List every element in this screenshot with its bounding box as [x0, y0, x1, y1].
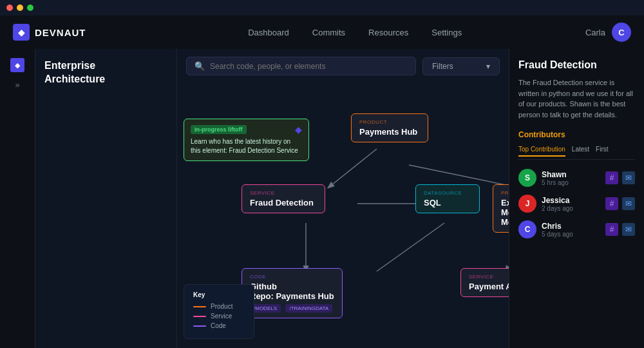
contrib-chris-time: 5 days ago [542, 231, 600, 238]
node-payments-hub-name: Payments Hub [359, 127, 420, 137]
node-fraud-detection[interactable]: SERVICE Fraud Detection [242, 184, 325, 213]
contrib-jessica-time: 2 days ago [542, 205, 600, 212]
legend-label-code: Code [211, 322, 226, 329]
contrib-shawn-time: 5 hrs ago [542, 179, 600, 186]
legend-line-service [193, 316, 206, 317]
sidebar: ◆ » [0, 49, 35, 348]
mail-icon-shawn[interactable]: ✉ [622, 171, 635, 184]
legend-item-service: Service [193, 313, 245, 320]
nav-links: Dashboard Commits Resources Settings [125, 28, 585, 37]
user-avatar[interactable]: C [612, 23, 631, 42]
contrib-jessica-name: Jessica [542, 196, 600, 205]
contrib-shawn-actions: # ✉ [605, 171, 635, 184]
node-sql-label: DATASOURCE [424, 190, 471, 196]
node-fraud-label: SERVICE [250, 190, 317, 196]
contrib-tabs: Top Contribution Latest First [518, 146, 635, 160]
nav-link-settings[interactable]: Settings [431, 28, 462, 37]
node-payments-hub-label: PRODUCT [359, 119, 420, 125]
contrib-jessica-info: Jessica 2 days ago [542, 196, 600, 212]
search-input[interactable] [210, 62, 408, 71]
node-external-money[interactable]: PRODUCT External Money Movement [493, 184, 509, 233]
svg-line-4 [377, 223, 444, 271]
dot-red[interactable] [6, 5, 13, 11]
node-github-label: CODE [250, 274, 334, 280]
logo[interactable]: ◆ DEVNAUT [13, 24, 86, 41]
tab-top-contribution[interactable]: Top Contribution [518, 146, 565, 157]
avatar-jessica: J [518, 195, 536, 213]
node-github-name: GithubRepo: Payments Hub [250, 282, 334, 301]
slack-icon-shawn[interactable]: # [605, 171, 618, 184]
contrib-chris-name: Chris [542, 222, 600, 231]
search-icon: 🔍 [194, 61, 205, 71]
nav-link-resources[interactable]: Resources [368, 28, 408, 37]
tab-first[interactable]: First [596, 146, 608, 157]
legend-line-product [193, 306, 206, 307]
user-area: Carla C [585, 23, 631, 42]
svg-line-0 [328, 149, 377, 188]
main-layout: ◆ » Enterprise Architecture 🔍 Filters ▾ [0, 49, 644, 348]
dot-green[interactable] [27, 5, 33, 11]
topnav: ◆ DEVNAUT Dashboard Commits Resources Se… [0, 15, 644, 49]
user-name: Carla [585, 28, 605, 37]
node-sql-name: SQL [424, 198, 471, 208]
legend-line-code [193, 325, 206, 327]
node-payments-hub[interactable]: PRODUCT Payments Hub [351, 113, 428, 142]
content-header: Enterprise Architecture [35, 49, 177, 348]
node-payment-apis[interactable]: SERVICE Payment APIs [460, 268, 509, 297]
hint-header: In-progress liftoff ◆ [191, 124, 302, 135]
nav-link-commits[interactable]: Commits [312, 28, 345, 37]
mail-icon-chris[interactable]: ✉ [622, 223, 635, 236]
page-title: Enterprise Architecture [44, 59, 167, 86]
hint-diamond-icon: ◆ [295, 124, 302, 135]
right-panel: Fraud Detection The Fraud Detection serv… [509, 49, 644, 348]
contrib-shawn-name: Shawn [542, 170, 600, 179]
slack-icon-jessica[interactable]: # [605, 197, 618, 210]
node-fraud-name: Fraud Detection [250, 198, 317, 208]
node-apis-label: SERVICE [469, 274, 509, 280]
node-apis-name: Payment APIs [469, 282, 509, 291]
panel-title: Fraud Detection [518, 59, 635, 71]
hint-badge: In-progress liftoff [191, 125, 247, 134]
logo-icon: ◆ [13, 24, 30, 41]
legend-item-code: Code [193, 322, 245, 329]
node-external-name: External Money Movement [501, 198, 509, 227]
hint-box: In-progress liftoff ◆ Learn who has the … [184, 119, 309, 161]
search-filter-bar: 🔍 Filters ▾ [177, 49, 509, 83]
contrib-shawn-info: Shawn 5 hrs ago [542, 170, 600, 186]
avatar-shawn: S [518, 169, 536, 187]
node-external-label: PRODUCT [501, 190, 509, 196]
contrib-jessica-actions: # ✉ [605, 197, 635, 210]
avatar-chris: C [518, 220, 536, 238]
node-github-tags: /MODELS /TRAININGDATA [250, 301, 334, 313]
diagram: In-progress liftoff ◆ Learn who has the … [177, 81, 509, 348]
node-github[interactable]: CODE GithubRepo: Payments Hub /MODELS /T… [242, 268, 343, 318]
contrib-jessica: J Jessica 2 days ago # ✉ [518, 195, 635, 213]
titlebar [0, 0, 644, 15]
panel-description: The Fraud Detection service is written i… [518, 77, 635, 120]
tab-latest[interactable]: Latest [572, 146, 589, 157]
logo-text: DEVNAUT [35, 27, 86, 38]
dot-yellow[interactable] [17, 5, 23, 11]
tag-models: /MODELS [250, 304, 281, 313]
contrib-chris-actions: # ✉ [605, 223, 635, 236]
contrib-chris: C Chris 5 days ago # ✉ [518, 220, 635, 238]
mail-icon-jessica[interactable]: ✉ [622, 197, 635, 210]
contrib-shawn: S Shawn 5 hrs ago # ✉ [518, 169, 635, 187]
nav-link-dashboard[interactable]: Dashboard [248, 28, 289, 37]
legend-label-service: Service [211, 313, 232, 320]
slack-icon-chris[interactable]: # [605, 223, 618, 236]
contributors-title: Contributors [518, 130, 635, 139]
search-box[interactable]: 🔍 [186, 57, 416, 75]
tag-trainingdata: /TRAININGDATA [285, 304, 332, 313]
hint-text: Learn who has the latest history on this… [191, 137, 302, 155]
filter-dropdown[interactable]: Filters ▾ [422, 57, 500, 75]
sidebar-logo[interactable]: ◆ [10, 58, 24, 72]
chevron-down-icon: ▾ [486, 62, 490, 71]
legend-item-product: Product [193, 303, 245, 310]
canvas-wrapper: 🔍 Filters ▾ In-progress liftoff ◆ Learn … [177, 49, 509, 348]
node-sql[interactable]: DATASOURCE SQL [415, 184, 480, 213]
legend-label-product: Product [211, 303, 232, 310]
legend-title: Key [193, 291, 245, 298]
legend: Key Product Service Code [184, 284, 254, 339]
sidebar-chevrons[interactable]: » [15, 80, 19, 90]
